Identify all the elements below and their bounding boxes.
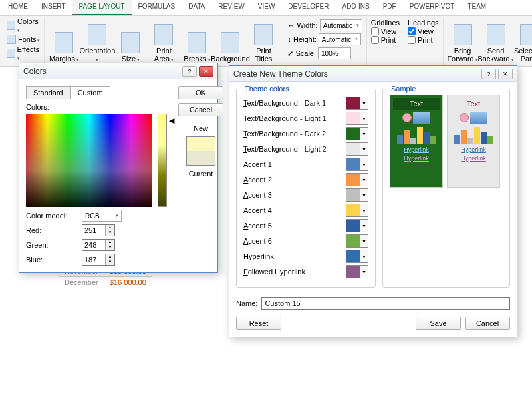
breaks-button[interactable]: Breaks [182, 19, 212, 63]
theme-color-swatch[interactable]: ▼ [346, 127, 368, 140]
cancel-button[interactable]: Cancel [178, 103, 223, 116]
size-button[interactable]: Size [115, 19, 146, 63]
bring-forward-icon [454, 24, 472, 45]
gridlines-print-check[interactable] [371, 36, 379, 44]
tab-review[interactable]: REVIEW [211, 0, 251, 15]
orientation-button[interactable]: Orientation [82, 19, 112, 63]
blue-spinner[interactable]: ▲▼ [82, 254, 115, 266]
tab-powerpivot[interactable]: POWERPIVOT [403, 0, 462, 15]
bring-forward-button[interactable]: Bring Forward [448, 19, 478, 63]
tab-custom[interactable]: Custom [70, 86, 110, 99]
colors-icon [7, 21, 15, 30]
luminance-bar[interactable] [158, 114, 167, 207]
theme-color-swatch[interactable]: ▼ [346, 219, 368, 232]
themes-colors[interactable]: Colors [7, 19, 40, 32]
blue-label: Blue: [26, 256, 78, 264]
theme-color-swatch[interactable]: ▼ [346, 204, 368, 217]
theme-color-row: Accent 5▼ [243, 219, 368, 232]
close-button[interactable]: ✕ [199, 66, 213, 77]
tab-pdf[interactable]: PDF [376, 0, 403, 15]
color-preview [186, 136, 215, 166]
tab-formulas[interactable]: FORMULAS [132, 0, 182, 15]
print-area-icon [154, 24, 173, 45]
color-model-dropdown[interactable]: RGB [82, 210, 122, 222]
theme-color-row: Text/Background - Light 2▼ [243, 142, 368, 156]
help-button[interactable]: ? [182, 66, 197, 77]
theme-color-label: Accent 6 [243, 237, 272, 245]
theme-color-swatch[interactable]: ▼ [346, 112, 368, 125]
theme-color-label: Accent 5 [243, 222, 272, 230]
tab-page-layout[interactable]: PAGE LAYOUT [72, 0, 132, 15]
group-scale: ↔Width:Automatic ↕Height:Automatic ⤢Scal… [283, 17, 366, 65]
theme-colors-legend: Theme colors [242, 85, 292, 93]
close-button[interactable]: ✕ [498, 69, 513, 79]
theme-color-label: Text/Background - Light 1 [243, 114, 327, 122]
headings-print-check[interactable] [408, 36, 416, 44]
theme-color-row: Hyperlink▼ [243, 250, 368, 263]
themes-fonts[interactable]: Fonts [7, 33, 40, 46]
tab-standard[interactable]: Standard [26, 86, 70, 99]
group-page-setup: Margins Orientation Size Print Area Brea… [45, 17, 283, 65]
gridlines-view-check[interactable] [371, 27, 379, 35]
colors-label: Colors: [26, 103, 174, 111]
theme-name-input[interactable] [261, 297, 510, 310]
slider-marker-icon: ◀ [169, 116, 174, 125]
orientation-icon [88, 24, 106, 45]
theme-color-swatch[interactable]: ▼ [346, 97, 368, 110]
tab-addins[interactable]: ADD-INS [336, 0, 376, 15]
ok-button[interactable]: OK [178, 86, 223, 99]
theme-color-swatch[interactable]: ▼ [346, 250, 368, 263]
scale-icon: ⤢ [287, 49, 293, 58]
themes-effects[interactable]: Effects [7, 47, 40, 60]
background-button[interactable]: Background [215, 19, 245, 63]
red-spinner[interactable]: ▲▼ [82, 224, 115, 236]
scale-spinner[interactable]: 100% [318, 47, 351, 59]
margins-icon [55, 32, 73, 53]
tab-insert[interactable]: INSERT [35, 0, 72, 15]
width-dropdown[interactable]: Automatic [320, 19, 362, 31]
tab-view[interactable]: VIEW [251, 0, 282, 15]
reset-button[interactable]: Reset [236, 317, 281, 330]
name-label: Name: [236, 300, 257, 307]
theme-color-label: Text/Background - Light 2 [243, 145, 327, 153]
tab-home[interactable]: HOME [1, 0, 35, 15]
send-backward-button[interactable]: Send Backward [481, 19, 511, 63]
effects-icon [7, 49, 15, 58]
tab-developer[interactable]: DEVELOPER [281, 0, 335, 15]
breaks-icon [188, 32, 206, 53]
save-button[interactable]: Save [416, 317, 461, 330]
theme-color-row: Accent 6▼ [243, 234, 368, 248]
theme-color-label: Accent 1 [243, 160, 272, 168]
new-label: New [194, 124, 208, 132]
green-spinner[interactable]: ▲▼ [82, 239, 115, 251]
color-spectrum[interactable] [26, 114, 152, 207]
colors-dialog-title: Colors [23, 67, 180, 76]
theme-color-row: Accent 1▼ [243, 158, 368, 171]
headings-view-check[interactable] [408, 27, 416, 35]
help-button[interactable]: ? [481, 69, 496, 79]
table-row[interactable]: December$16 000.00 [59, 277, 152, 288]
theme-dialog-title: Create New Theme Colors [233, 69, 479, 79]
margins-button[interactable]: Margins [49, 19, 79, 63]
green-label: Green: [26, 241, 78, 249]
theme-color-swatch[interactable]: ▼ [346, 188, 368, 202]
theme-color-swatch[interactable]: ▼ [346, 234, 368, 248]
theme-color-swatch[interactable]: ▼ [346, 142, 368, 156]
theme-color-label: Accent 3 [243, 191, 272, 199]
height-label: Height: [293, 35, 317, 43]
tab-data[interactable]: DATA [182, 0, 211, 15]
selection-pane-button[interactable]: Selection Pane [514, 19, 532, 63]
group-sheet-options: Gridlines View Print Headings View Print [367, 17, 444, 65]
print-titles-button[interactable]: Print Titles [248, 19, 279, 63]
height-dropdown[interactable]: Automatic [319, 33, 361, 45]
sample-dark: Text Hyperlink Hyperlink [390, 95, 443, 188]
print-area-button[interactable]: Print Area [148, 19, 179, 63]
group-arrange: Bring Forward Send Backward Selection Pa… [444, 17, 532, 65]
theme-cancel-button[interactable]: Cancel [465, 317, 510, 330]
theme-color-row: Text/Background - Light 1▼ [243, 112, 368, 125]
theme-color-swatch[interactable]: ▼ [346, 265, 368, 278]
theme-color-swatch[interactable]: ▼ [346, 158, 368, 171]
colors-tabs: Standard Custom [26, 86, 174, 99]
tab-team[interactable]: Team [461, 0, 493, 15]
theme-color-swatch[interactable]: ▼ [346, 173, 368, 186]
